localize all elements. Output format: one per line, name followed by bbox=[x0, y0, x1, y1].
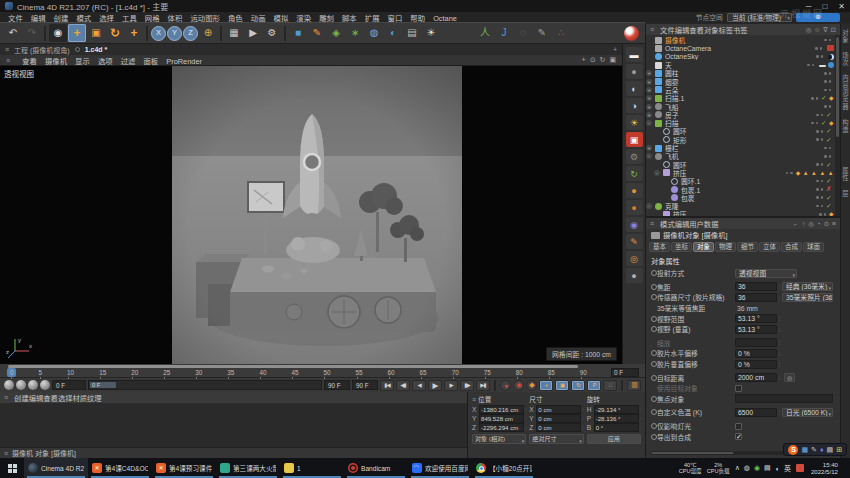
enabled-check-icon[interactable]: ✓ bbox=[826, 177, 834, 185]
stepper-icon[interactable]: ∶ bbox=[525, 424, 526, 430]
coordinate-input[interactable]: 0 cm bbox=[536, 423, 581, 432]
record-rotation-toggle[interactable]: ↻ bbox=[571, 380, 585, 391]
disabled-cross-icon[interactable]: ✗ bbox=[826, 185, 834, 193]
project-tab[interactable]: 工程 (摄像机视角) bbox=[14, 45, 70, 55]
octane-settings-icon[interactable]: ⚙ bbox=[626, 149, 643, 164]
octane-reload-icon[interactable]: ↻ bbox=[626, 166, 643, 181]
next-frame-button[interactable]: ▶ bbox=[444, 380, 458, 391]
attribute-tab[interactable]: 立体 bbox=[759, 242, 780, 252]
object-tag-icon[interactable] bbox=[828, 54, 834, 60]
tray-mic-icon[interactable]: ◍ bbox=[744, 464, 750, 472]
gap[interactable] bbox=[441, 24, 475, 42]
render-settings-icon[interactable]: ⚙ bbox=[263, 24, 281, 42]
pan-view-icon[interactable]: + bbox=[582, 56, 586, 64]
object-manager-menu-item[interactable]: 标签 bbox=[718, 26, 733, 35]
stepper-icon[interactable] bbox=[777, 326, 782, 333]
octane-restart-icon[interactable]: ● bbox=[626, 64, 643, 79]
attribute-select[interactable]: 日光 (6500 K) bbox=[782, 408, 833, 417]
object-row[interactable]: 挤压 ◆ bbox=[646, 210, 834, 216]
octane-camera-icon[interactable]: ▣ bbox=[626, 132, 643, 147]
octane-daynight2-icon[interactable]: ◑ bbox=[626, 98, 643, 113]
key-auto-icon[interactable] bbox=[40, 380, 50, 390]
separator[interactable] bbox=[44, 26, 46, 41]
expand-icon[interactable]: + bbox=[646, 87, 652, 93]
previous-frame-button[interactable]: ◀ bbox=[412, 380, 426, 391]
mograph-icon[interactable]: ◈ bbox=[327, 24, 345, 42]
dock-tab[interactable]: 属性 bbox=[841, 167, 850, 182]
stepper-icon[interactable]: ∶ bbox=[525, 406, 526, 412]
joint-icon[interactable]: J bbox=[495, 24, 513, 42]
rotate-view-icon[interactable]: ↻ bbox=[600, 56, 606, 64]
separator[interactable] bbox=[146, 26, 148, 41]
sogou-logo-icon[interactable]: S bbox=[788, 445, 798, 455]
object-name[interactable]: 挤压 bbox=[672, 209, 816, 216]
expand-icon[interactable]: - bbox=[646, 153, 652, 159]
expand-icon[interactable]: - bbox=[654, 170, 660, 176]
timeline-ruler[interactable]: 051015202530354045505560657075808590 0 F bbox=[0, 364, 645, 378]
viewport-menu-item[interactable]: 选项 bbox=[94, 57, 117, 66]
redo-icon[interactable]: ↷ bbox=[23, 24, 41, 42]
object-name[interactable]: 摄像机 bbox=[664, 35, 821, 45]
render-picture-viewer-icon[interactable]: ▶ bbox=[244, 24, 262, 42]
search-icon[interactable]: ◎ bbox=[808, 220, 814, 228]
dock-tab[interactable]: 层 bbox=[841, 190, 850, 197]
stepper-icon[interactable] bbox=[777, 374, 782, 381]
viewport-canvas[interactable]: 透视视图 网格间距 : 1000 cm y x z bbox=[0, 66, 622, 364]
next-key-button[interactable]: ▮▶ bbox=[460, 380, 474, 391]
enabled-check-icon[interactable]: ✓ bbox=[826, 127, 834, 135]
picker-icon[interactable]: ◎ bbox=[784, 373, 795, 382]
tag-warning-icons[interactable]: ◆ bbox=[829, 211, 834, 216]
stepper-icon[interactable]: ∶ bbox=[525, 415, 526, 421]
sogou-skin-icon[interactable]: ♦ bbox=[820, 446, 824, 454]
stepper-icon[interactable] bbox=[777, 339, 782, 346]
sogou-grid-icon[interactable]: ⊞ bbox=[836, 446, 842, 454]
previous-key-button[interactable]: ◀▮ bbox=[396, 380, 410, 391]
end-frame-field[interactable]: 90 F bbox=[324, 380, 350, 390]
add-cube-icon[interactable]: ■ bbox=[289, 24, 307, 42]
taskbar-app[interactable]: 【小糖20点开课】... bbox=[472, 458, 536, 478]
visibility-dots-icon[interactable] bbox=[821, 72, 834, 75]
rotate-tool-icon[interactable]: ↻ bbox=[106, 24, 124, 42]
stepper-icon[interactable]: ∶ bbox=[640, 424, 641, 430]
render-view-icon[interactable]: ▦ bbox=[225, 24, 243, 42]
undo-icon[interactable]: ↶ bbox=[4, 24, 22, 42]
attribute-menu-item[interactable]: 编辑 bbox=[675, 220, 690, 229]
attribute-tab[interactable]: 细节 bbox=[737, 242, 758, 252]
viewport-menu-item[interactable]: 过滤 bbox=[117, 57, 140, 66]
position-mode-select[interactable]: 对象 (相对) bbox=[472, 434, 526, 444]
volume-icon[interactable]: ◍ bbox=[365, 24, 383, 42]
viewport-menu-item[interactable]: 面板 bbox=[139, 57, 162, 66]
object-manager-menu-item[interactable]: 书签 bbox=[733, 26, 748, 35]
coordinate-input[interactable]: 0 ° bbox=[594, 423, 639, 432]
enabled-check-icon[interactable]: ✓ bbox=[826, 202, 834, 210]
enabled-check-icon[interactable]: ✓ bbox=[826, 136, 834, 144]
tray-sogou-icon[interactable]: ◉ bbox=[754, 464, 760, 472]
attribute-tab[interactable]: 对象 bbox=[693, 242, 714, 252]
taskbar-app[interactable]: 第4课C4D&OC实... bbox=[88, 458, 152, 478]
object-name[interactable]: OctaneCamera bbox=[664, 45, 812, 52]
sogou-keyboard-icon[interactable]: ▦ bbox=[801, 446, 808, 454]
visibility-dots-icon[interactable] bbox=[783, 172, 796, 175]
dock-tab[interactable]: 场次 bbox=[841, 52, 850, 67]
goto-end-button[interactable]: ▶▮ bbox=[476, 380, 490, 391]
render-scene[interactable] bbox=[172, 66, 462, 364]
bookmark-icon[interactable]: ☆ bbox=[814, 26, 820, 34]
viewport-burger-icon[interactable]: ≡ bbox=[5, 46, 9, 53]
visibility-dots-icon[interactable] bbox=[813, 188, 826, 191]
visibility-dots-icon[interactable] bbox=[816, 213, 829, 216]
expand-icon[interactable]: + bbox=[646, 145, 652, 151]
viewport-menu-item[interactable]: 查看 bbox=[18, 57, 41, 66]
attribute-menu-item[interactable]: 模式 bbox=[660, 220, 675, 229]
lock-z-icon[interactable]: Z bbox=[183, 26, 198, 41]
sogou-pen-icon[interactable]: ✎ bbox=[811, 446, 817, 454]
visibility-dots-icon[interactable] bbox=[821, 89, 834, 92]
frame-slider[interactable]: 0 F bbox=[88, 380, 322, 390]
object-row[interactable]: OctaneCamera bbox=[646, 44, 834, 52]
light-icon[interactable]: ☀ bbox=[422, 24, 440, 42]
coordinate-input[interactable]: -1380.216 cm bbox=[479, 405, 524, 414]
coordinate-input[interactable]: -29.134 ° bbox=[594, 405, 639, 414]
expand-icon[interactable]: + bbox=[646, 112, 652, 118]
coordinate-input[interactable]: 849.528 cm bbox=[479, 414, 524, 423]
coordinate-input[interactable]: -28.136 ° bbox=[594, 414, 639, 423]
viewport-menu-item[interactable]: ProRender bbox=[162, 57, 206, 66]
